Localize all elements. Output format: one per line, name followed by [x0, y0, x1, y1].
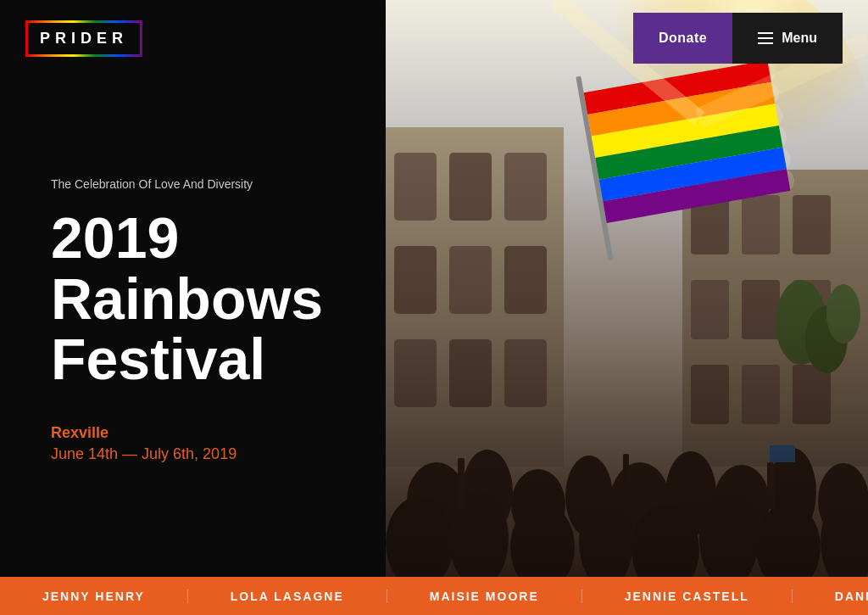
menu-label: Menu [782, 31, 817, 46]
title-line1: 2019 [51, 205, 179, 270]
hero-left-panel: The Celebration Of Love And Diversity 20… [0, 0, 386, 590]
menu-button[interactable]: Menu [732, 13, 843, 64]
donate-button[interactable]: Donate [633, 13, 732, 64]
title-line2: Rainbows [51, 266, 323, 331]
ticker-content: JENNY HENRYLOLA LASAGNEMAISIE MOOREJENNI… [0, 590, 868, 603]
hero-section: The Celebration Of Love And Diversity 20… [0, 0, 868, 590]
hero-subtitle: The Celebration Of Love And Diversity [51, 177, 343, 191]
event-location: Rexville [51, 424, 343, 442]
ticker-bar: JENNY HENRYLOLA LASAGNEMAISIE MOOREJENNI… [0, 577, 868, 615]
header-nav: Donate Menu [633, 13, 843, 64]
ticker-item: MAISIE MOORE [387, 590, 582, 603]
event-date: June 14th — July 6th, 2019 [51, 445, 343, 463]
logo-text: PRIDER [40, 30, 128, 48]
hero-photo-panel [386, 0, 868, 590]
ticker-item: JENNIE CASTELL [582, 590, 793, 603]
ticker-item: JENNY HENRY [0, 590, 188, 603]
hero-title: 2019 Rainbows Festival [51, 208, 343, 389]
ticker-item: DANNY FLOWERS [793, 590, 868, 603]
ticker-item: LOLA LASAGNE [188, 590, 387, 603]
header: PRIDER Donate Menu [0, 0, 868, 76]
title-line3: Festival [51, 327, 265, 391]
hamburger-icon [758, 32, 773, 44]
logo: PRIDER [25, 20, 142, 57]
